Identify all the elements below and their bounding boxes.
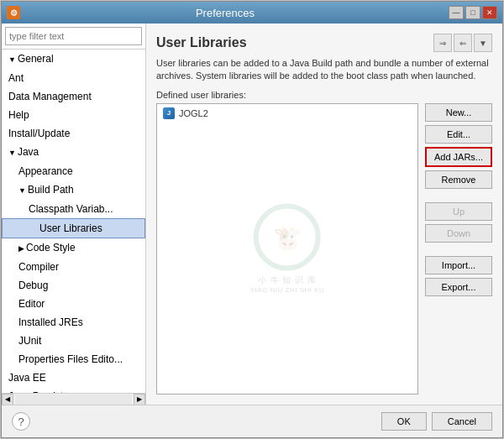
- hscroll-track: [15, 395, 132, 405]
- bottom-bar: ? OK Cancel: [2, 405, 502, 437]
- action-buttons: OK Cancel: [381, 412, 492, 431]
- filter-box: [2, 24, 145, 50]
- export-button[interactable]: Export...: [425, 278, 492, 296]
- forward-icon: ⇒: [439, 39, 446, 48]
- close-icon: ✕: [486, 8, 493, 17]
- scroll-left-btn[interactable]: ◀: [2, 394, 13, 405]
- sidebar-item-install-update[interactable]: Install/Update: [2, 124, 145, 143]
- lib-icon-inner: J: [163, 107, 175, 119]
- help-button[interactable]: ?: [12, 412, 30, 431]
- sidebar-item-installed-jres[interactable]: Installed JREs: [2, 313, 145, 332]
- preferences-window: ⚙ Preferences — □ ✕ ▼General: [1, 1, 503, 438]
- libraries-area: J JOGL2 🐮 小 牛 知 识 库 XIAO NIU ZHI SHI KU: [156, 103, 492, 395]
- scroll-right-btn[interactable]: ▶: [134, 394, 145, 405]
- filter-input[interactable]: [5, 27, 142, 45]
- back-icon: ⇐: [459, 39, 466, 48]
- title-controls: — □ ✕: [449, 6, 497, 19]
- lib-name: JOGL2: [179, 108, 208, 118]
- remove-button[interactable]: Remove: [425, 170, 492, 189]
- watermark-text2: XIAO NIU ZHI SHI KU: [250, 286, 325, 294]
- close-button[interactable]: ✕: [482, 6, 497, 19]
- main-title: User Libraries: [156, 35, 247, 50]
- sidebar-item-build-path[interactable]: ▼Build Path: [2, 180, 145, 200]
- lib-icon: J: [162, 107, 176, 120]
- nav-back-btn[interactable]: ⇐: [454, 34, 472, 52]
- sidebar: ▼General Ant Data Management Help Instal…: [2, 24, 146, 405]
- sidebar-item-properties-files[interactable]: Properties Files Edito...: [2, 350, 145, 368]
- down-button[interactable]: Down: [425, 224, 492, 243]
- content-area: ▼General Ant Data Management Help Instal…: [2, 24, 502, 405]
- sidebar-item-compiler[interactable]: Compiler: [2, 258, 145, 276]
- title-bar: ⚙ Preferences — □ ✕: [2, 2, 502, 24]
- sidebar-item-appearance[interactable]: Appearance: [2, 162, 145, 180]
- nav-forward-btn[interactable]: ⇒: [433, 34, 452, 52]
- window-title: Preferences: [2, 7, 449, 19]
- expand-arrow-general: ▼: [8, 52, 16, 67]
- nav-dropdown-btn[interactable]: ▼: [474, 34, 492, 52]
- sidebar-item-debug[interactable]: Debug: [2, 276, 145, 295]
- expand-arrow-code-style: ▶: [18, 241, 24, 256]
- maximize-button[interactable]: □: [465, 6, 480, 19]
- cancel-button[interactable]: Cancel: [432, 412, 492, 431]
- sidebar-hscroll: ◀ ▶: [2, 393, 145, 405]
- lib-list[interactable]: J JOGL2 🐮 小 牛 知 识 库 XIAO NIU ZHI SHI KU: [156, 103, 418, 395]
- up-button[interactable]: Up: [425, 202, 492, 221]
- new-button[interactable]: New...: [425, 103, 492, 122]
- expand-arrow-build-path: ▼: [18, 183, 26, 198]
- defined-label: Defined user libraries:: [156, 90, 492, 100]
- sidebar-item-classpath-variables[interactable]: Classpath Variab...: [2, 200, 145, 218]
- watermark-circle: 🐮: [254, 204, 321, 271]
- buttons-column: New... Edit... Add JARs... Remove Up Dow…: [425, 103, 492, 395]
- main-panel: User Libraries ⇒ ⇐ ▼ User libraries can …: [146, 24, 502, 405]
- maximize-icon: □: [470, 8, 475, 17]
- tree-area[interactable]: ▼General Ant Data Management Help Instal…: [2, 50, 145, 393]
- sidebar-item-code-style[interactable]: ▶Code Style: [2, 238, 145, 258]
- ok-button[interactable]: OK: [381, 412, 427, 431]
- edit-button[interactable]: Edit...: [425, 125, 492, 144]
- minimize-icon: —: [453, 8, 460, 17]
- list-item[interactable]: J JOGL2: [157, 104, 417, 123]
- sidebar-item-ant[interactable]: Ant: [2, 69, 145, 87]
- sidebar-item-java-ee[interactable]: Java EE: [2, 368, 145, 387]
- expand-arrow-java: ▼: [8, 145, 16, 160]
- main-header: User Libraries ⇒ ⇐ ▼: [156, 34, 492, 52]
- sidebar-item-junit[interactable]: JUnit: [2, 332, 145, 350]
- sidebar-item-help[interactable]: Help: [2, 106, 145, 124]
- sidebar-item-editor[interactable]: Editor: [2, 295, 145, 313]
- add-jars-button[interactable]: Add JARs...: [425, 147, 492, 167]
- description-text: User libraries can be added to a Java Bu…: [156, 57, 492, 83]
- sidebar-item-user-libraries[interactable]: User Libraries: [2, 218, 145, 238]
- watermark-text: 小 牛 知 识 库: [250, 274, 325, 286]
- sidebar-item-java[interactable]: ▼Java: [2, 143, 145, 162]
- sidebar-item-java-persistence[interactable]: Java Persistence: [2, 387, 145, 393]
- import-button[interactable]: Import...: [425, 256, 492, 274]
- help-icon: ?: [18, 415, 24, 428]
- header-icons: ⇒ ⇐ ▼: [433, 34, 492, 52]
- sidebar-item-data-management[interactable]: Data Management: [2, 87, 145, 106]
- dropdown-icon: ▼: [479, 39, 487, 48]
- watermark: 🐮 小 牛 知 识 库 XIAO NIU ZHI SHI KU: [250, 204, 325, 294]
- sidebar-item-general[interactable]: ▼General: [2, 50, 145, 69]
- minimize-button[interactable]: —: [449, 6, 464, 19]
